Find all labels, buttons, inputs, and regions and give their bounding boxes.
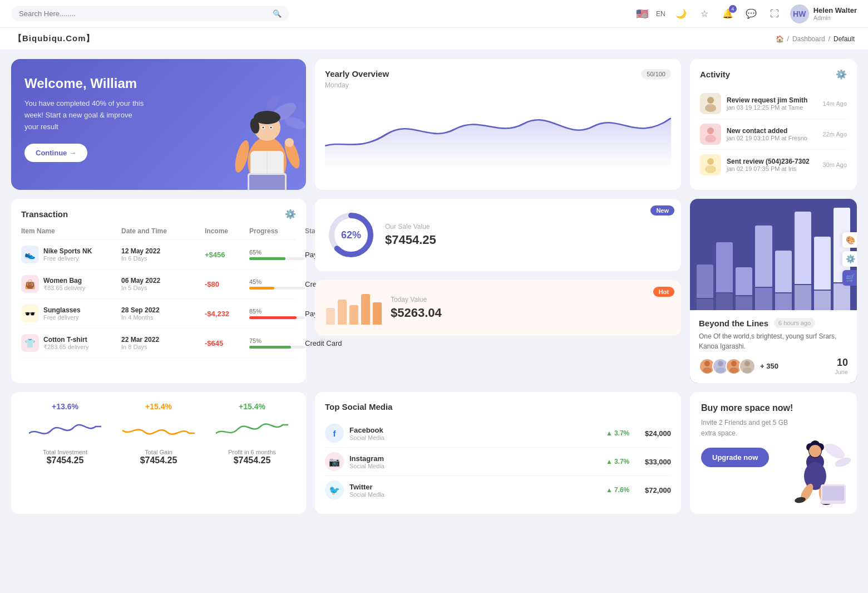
- breadcrumb-sep1: /: [787, 35, 789, 43]
- stat3-label: Profit in 6 months: [228, 449, 276, 455]
- beyond-time: 6 hours ago: [774, 318, 815, 328]
- search-bar[interactable]: 🔍: [11, 6, 289, 21]
- breadcrumb-sep2: /: [828, 35, 830, 43]
- continue-button[interactable]: Continue →: [24, 144, 87, 162]
- theme-toggle[interactable]: 🌙: [673, 6, 689, 22]
- stat2-wave: [122, 416, 195, 444]
- breadcrumb-dashboard[interactable]: Dashboard: [792, 35, 825, 43]
- notification-icon[interactable]: 🔔 4: [720, 6, 736, 22]
- row2-date: 06 May 2022: [121, 277, 205, 285]
- twitter-icon: 🐦: [325, 481, 344, 499]
- row4-date-sub: In 8 Days: [121, 344, 205, 350]
- svg-point-43: [809, 445, 821, 457]
- row2-date-sub: In 5 Days: [121, 285, 205, 291]
- svg-point-29: [718, 361, 723, 366]
- home-icon[interactable]: 🏠: [776, 35, 784, 43]
- activity-time-3: 30m Ago: [823, 161, 847, 168]
- settings-side-icon[interactable]: ⚙️: [842, 251, 857, 267]
- facebook-type: Social Media: [349, 434, 600, 441]
- upgrade-button[interactable]: Upgrade now: [701, 448, 769, 467]
- fullscreen-icon[interactable]: ⛶: [767, 6, 782, 22]
- plus-count: + 350: [760, 362, 778, 370]
- user-role: Admin: [813, 14, 857, 21]
- activity-item-2: New contact added jan 02 19 03:10 PM at …: [700, 119, 847, 150]
- activity-settings-icon[interactable]: ⚙️: [836, 69, 847, 80]
- stats-grid: +13.6% Total Investment $7454.25 +15.4% …: [21, 402, 296, 465]
- message-icon[interactable]: 💬: [743, 6, 759, 22]
- row2-icon: 👜: [21, 275, 39, 293]
- brand-logo: 【Biqubiqu.Com】: [13, 33, 95, 44]
- svg-point-31: [731, 361, 737, 366]
- welcome-subtitle: You have completed 40% of your this week…: [24, 98, 147, 133]
- beyond-desc: One Of the world,s brightest, young surf…: [699, 331, 848, 351]
- facebook-pct: ▲ 3.7%: [606, 429, 639, 437]
- stat2-value: $7454.25: [140, 455, 177, 465]
- instagram-pct: ▲ 3.7%: [606, 458, 639, 465]
- table-header: Transaction ⚙️: [21, 209, 296, 219]
- donut-chart: 62%: [326, 210, 376, 260]
- row4-name: Cotton T-shirt: [43, 336, 89, 344]
- row2-pct: 45%: [249, 278, 305, 285]
- activity-title-2: New contact added: [727, 127, 817, 135]
- row3-sub: Free delivery: [43, 314, 81, 321]
- row1-date: 12 May 2022: [121, 247, 205, 255]
- event-day: 10: [835, 357, 848, 369]
- activity-img-3: [700, 154, 721, 175]
- palette-icon[interactable]: 🎨: [842, 232, 857, 248]
- stat3-pct: +15.4%: [239, 402, 265, 411]
- welcome-title: Welcome, William: [24, 76, 293, 91]
- breadcrumb-default: Default: [834, 35, 855, 43]
- activity-title-1: Review request jim Smith: [727, 96, 817, 104]
- social-media-card: Top Social Media f Facebook Social Media…: [315, 392, 681, 514]
- activity-time-2: 22m Ago: [823, 131, 847, 138]
- yearly-subtitle: Monday: [325, 81, 671, 89]
- row3-name: Sunglasses: [43, 306, 81, 314]
- activity-img-2: [700, 124, 721, 145]
- transaction-card: Transaction ⚙️ Item Name Date and Time I…: [11, 199, 306, 383]
- stat1-wave: [29, 416, 101, 444]
- facebook-info: Facebook Social Media: [349, 426, 600, 441]
- row1-bar: [249, 257, 305, 260]
- today-amount: $5263.04: [391, 306, 442, 320]
- user-details: Helen Walter Admin: [813, 6, 857, 21]
- instagram-icon: 📷: [325, 452, 344, 471]
- instagram-name: Instagram: [349, 454, 600, 463]
- nav-right: 🇺🇸 EN 🌙 ☆ 🔔 4 💬 ⛶ HW Helen Walter Admin: [636, 4, 857, 23]
- row4-bar: [249, 346, 305, 349]
- breadcrumb-bar: 【Biqubiqu.Com】 🏠 / Dashboard / Default: [0, 28, 868, 50]
- stat1-label: Total Investment: [43, 449, 87, 455]
- stat3-value: $7454.25: [234, 455, 271, 465]
- svg-point-33: [744, 361, 750, 366]
- cart-icon[interactable]: 🛒: [842, 270, 857, 286]
- row4-date: 22 Mar 2022: [121, 336, 205, 344]
- facebook-amount: $24,000: [645, 429, 671, 438]
- stat-1: +13.6% Total Investment $7454.25: [21, 402, 109, 465]
- row1-name: Nike Sports NK: [43, 247, 92, 255]
- svg-point-27: [704, 361, 710, 366]
- row2-name: Women Bag: [43, 277, 86, 285]
- svg-point-28: [703, 367, 712, 373]
- row3-pct: 85%: [249, 308, 305, 315]
- twitter-amount: $72,000: [645, 486, 671, 494]
- svg-point-21: [707, 128, 714, 134]
- transaction-settings-icon[interactable]: ⚙️: [285, 209, 296, 219]
- today-value-card: Hot Today Value $5263.04: [315, 280, 681, 336]
- instagram-amount: $33,000: [645, 458, 671, 466]
- hot-badge: Hot: [653, 287, 674, 297]
- row3-date-sub: In 4 Months: [121, 314, 205, 321]
- user-info[interactable]: HW Helen Walter Admin: [790, 4, 857, 23]
- language-label[interactable]: EN: [656, 10, 665, 18]
- search-input[interactable]: [19, 9, 268, 18]
- row4-sub: ₹283.65 delivery: [43, 344, 89, 351]
- main-row1: Welcome, William You have completed 40% …: [0, 50, 868, 199]
- col-item-name: Item Name: [21, 227, 121, 235]
- table-row-3: 🕶️ SunglassesFree delivery 28 Sep 2022In…: [21, 299, 296, 329]
- activity-text-1: Review request jim Smith jan 03 19 12:25…: [727, 96, 817, 111]
- row4-income: -$645: [205, 339, 249, 347]
- twitter-type: Social Media: [349, 491, 600, 498]
- transaction-title: Transaction: [21, 209, 68, 219]
- yearly-title: Yearly Overview: [325, 69, 389, 79]
- table-columns: Item Name Date and Time Income Progress …: [21, 227, 296, 240]
- bookmark-icon[interactable]: ☆: [697, 6, 712, 22]
- social-row-facebook: f Facebook Social Media ▲ 3.7% $24,000: [325, 419, 671, 448]
